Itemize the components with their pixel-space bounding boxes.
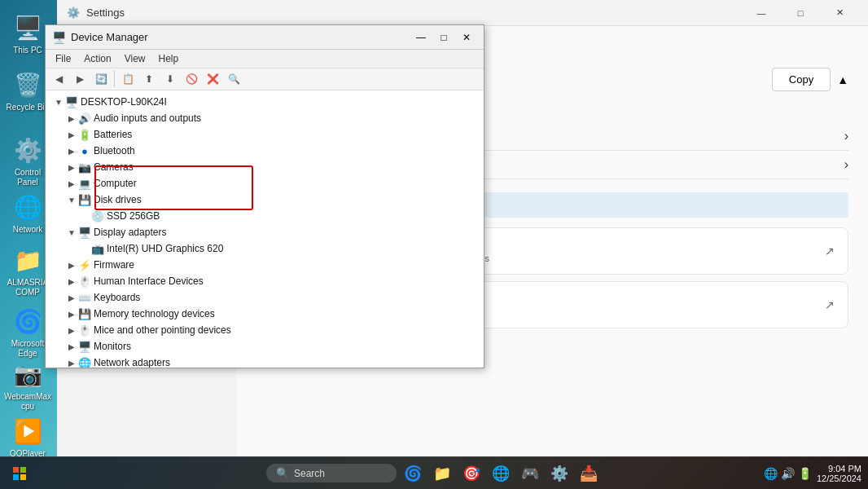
- dm-memory-icon: 💾: [78, 307, 91, 320]
- dm-root-item[interactable]: ▼ 🖥️ DESKTOP-L90K24I: [49, 94, 480, 110]
- settings-maximize-btn[interactable]: □: [782, 0, 819, 26]
- control-panel-icon: ⚙️: [11, 134, 44, 166]
- dm-cameras-toggle[interactable]: ▶: [65, 161, 78, 174]
- dm-hid-item[interactable]: ▶ 🖱️ Human Interface Devices: [49, 273, 480, 289]
- dm-ssd-label: SSD 256GB: [107, 210, 160, 222]
- taskbar-search[interactable]: 🔍 Search: [266, 464, 397, 482]
- copy-button[interactable]: Copy: [772, 68, 831, 91]
- dm-network-toggle[interactable]: ▶: [65, 356, 78, 368]
- dm-diskdrives-toggle[interactable]: ▼: [65, 193, 78, 206]
- taskbar-chrome-icon[interactable]: 🌐: [488, 460, 514, 487]
- dm-display-toggle[interactable]: ▼: [65, 226, 78, 239]
- settings-close-btn[interactable]: ✕: [821, 0, 858, 26]
- dm-display-item[interactable]: ▼ 🖥️ Display adapters: [49, 224, 480, 240]
- dm-bluetooth-toggle[interactable]: ▶: [65, 144, 78, 157]
- dm-memory-item[interactable]: ▶ 💾 Memory technology devices: [49, 306, 480, 322]
- dm-keyboards-item[interactable]: ▶ ⌨️ Keyboards: [49, 289, 480, 306]
- svg-rect-1: [20, 467, 26, 473]
- dm-title: 🖥️ Device Manager: [52, 31, 148, 44]
- dm-menu-file[interactable]: File: [49, 51, 77, 66]
- dm-display-icon: 🖥️: [78, 226, 91, 239]
- dm-intel-gpu-item[interactable]: ▶ 📺 Intel(R) UHD Graphics 620: [49, 240, 480, 257]
- dm-computer-toggle[interactable]: ▶: [65, 177, 78, 190]
- dm-maximize-btn[interactable]: □: [433, 29, 454, 46]
- taskbar-edge-icon[interactable]: 🌀: [400, 460, 426, 487]
- dm-batteries-toggle[interactable]: ▶: [65, 128, 78, 141]
- taskbar-files-icon[interactable]: 📁: [429, 460, 455, 487]
- desktop-icon-qqplayer[interactable]: ▶️ QQPlayer: [2, 412, 54, 462]
- dm-ssd-item[interactable]: ▶ 💿 SSD 256GB: [49, 208, 480, 224]
- dm-computer-icon: 💻: [78, 177, 91, 190]
- arrow-btn-2[interactable]: ›: [844, 157, 848, 172]
- dm-memory-toggle[interactable]: ▶: [65, 307, 78, 320]
- battery-tray-icon: 🔋: [798, 467, 812, 480]
- dm-icon: 🖥️: [52, 31, 66, 44]
- arrow-btn-1[interactable]: ›: [844, 129, 848, 143]
- network-tray-icon: 🌐: [764, 467, 778, 480]
- dm-batteries-item[interactable]: ▶ 🔋 Batteries: [49, 126, 480, 143]
- dm-intel-gpu-label: Intel(R) UHD Graphics 620: [107, 243, 223, 254]
- dm-refresh-btn[interactable]: 🔄: [91, 70, 111, 88]
- dm-bluetooth-item[interactable]: ▶ ● Bluetooth: [49, 143, 480, 159]
- dm-diskdrives-item[interactable]: ▼ 💾 Disk drives: [49, 192, 480, 208]
- chevron-up-icon[interactable]: ▲: [837, 73, 848, 86]
- dm-firmware-item[interactable]: ▶ ⚡ Firmware: [49, 257, 480, 273]
- dm-computer-label: Computer: [94, 178, 137, 189]
- dm-cameras-item[interactable]: ▶ 📷 Cameras: [49, 159, 480, 175]
- taskbar-left: [0, 460, 33, 487]
- dm-separator: [114, 71, 115, 87]
- dm-menu-help[interactable]: Help: [152, 51, 186, 66]
- dm-rollback-btn[interactable]: ⬇: [160, 70, 180, 88]
- taskbar-apps-icon[interactable]: 🎯: [458, 460, 484, 487]
- dm-close-btn[interactable]: ✕: [456, 29, 477, 46]
- svg-rect-0: [13, 467, 19, 473]
- dm-menu-view[interactable]: View: [118, 51, 152, 66]
- dm-cameras-icon: 📷: [78, 161, 91, 174]
- dm-network-item[interactable]: ▶ 🌐 Network adapters: [49, 355, 480, 368]
- svg-rect-3: [20, 474, 26, 480]
- settings-title: Settings: [86, 7, 125, 19]
- dm-mice-item[interactable]: ▶ 🖱️ Mice and other pointing devices: [49, 322, 480, 338]
- dm-computer-item[interactable]: ▶ 💻 Computer: [49, 175, 480, 192]
- dm-forward-btn[interactable]: ▶: [70, 70, 90, 88]
- dm-back-btn[interactable]: ◀: [49, 70, 68, 88]
- dm-mice-toggle[interactable]: ▶: [65, 324, 78, 337]
- settings-titlebar: ⚙️ Settings — □ ✕: [57, 0, 868, 26]
- dm-keyboards-toggle[interactable]: ▶: [65, 291, 78, 304]
- dm-properties-btn[interactable]: 📋: [118, 70, 138, 88]
- dm-root-toggle[interactable]: ▼: [52, 95, 65, 108]
- dm-firmware-label: Firmware: [94, 259, 134, 271]
- dm-firmware-toggle[interactable]: ▶: [65, 258, 78, 271]
- dm-audio-item[interactable]: ▶ 🔊 Audio inputs and outputs: [49, 110, 480, 126]
- dm-firmware-icon: ⚡: [78, 258, 91, 271]
- taskbar-extra1-icon[interactable]: 🎮: [517, 460, 543, 487]
- taskbar-extra3-icon[interactable]: 📥: [576, 460, 602, 487]
- dm-scan-btn[interactable]: 🔍: [224, 70, 243, 88]
- almasria-icon: 📁: [11, 244, 44, 276]
- dm-root-label: DESKTOP-L90K24I: [81, 96, 167, 108]
- dm-keyboards-icon: ⌨️: [78, 291, 91, 304]
- dm-uninstall-btn[interactable]: ❌: [203, 70, 222, 88]
- search-icon: 🔍: [276, 467, 289, 479]
- dm-audio-toggle[interactable]: ▶: [65, 112, 78, 125]
- dm-menu-action[interactable]: Action: [77, 51, 117, 66]
- dm-update-btn[interactable]: ⬆: [139, 70, 159, 88]
- webcammax-icon: 📷: [11, 358, 44, 390]
- settings-minimize-btn[interactable]: —: [743, 0, 780, 26]
- start-button[interactable]: [7, 460, 33, 487]
- dm-tree[interactable]: ▼ 🖥️ DESKTOP-L90K24I ▶ 🔊 Audio inputs an…: [46, 90, 484, 368]
- device-manager-card-arrow: ↗: [825, 244, 835, 258]
- dm-hid-toggle[interactable]: ▶: [65, 275, 78, 288]
- dm-monitors-toggle[interactable]: ▶: [65, 340, 78, 353]
- dm-monitors-item[interactable]: ▶ 🖥️ Monitors: [49, 338, 480, 355]
- dm-keyboards-label: Keyboards: [94, 292, 140, 303]
- taskbar-time-date[interactable]: 9:04 PM 12/25/2024: [817, 464, 861, 483]
- network-label: Network: [13, 225, 43, 235]
- system-tray: 🌐 🔊 🔋: [764, 467, 812, 480]
- taskbar-extra2-icon[interactable]: ⚙️: [546, 460, 572, 487]
- dm-intel-gpu-icon: 📺: [91, 242, 104, 255]
- dm-diskdrives-label: Disk drives: [94, 194, 142, 205]
- dm-disable-btn[interactable]: 🚫: [182, 70, 201, 88]
- dm-minimize-btn[interactable]: —: [410, 29, 432, 46]
- taskbar-date: 12/25/2024: [817, 474, 861, 483]
